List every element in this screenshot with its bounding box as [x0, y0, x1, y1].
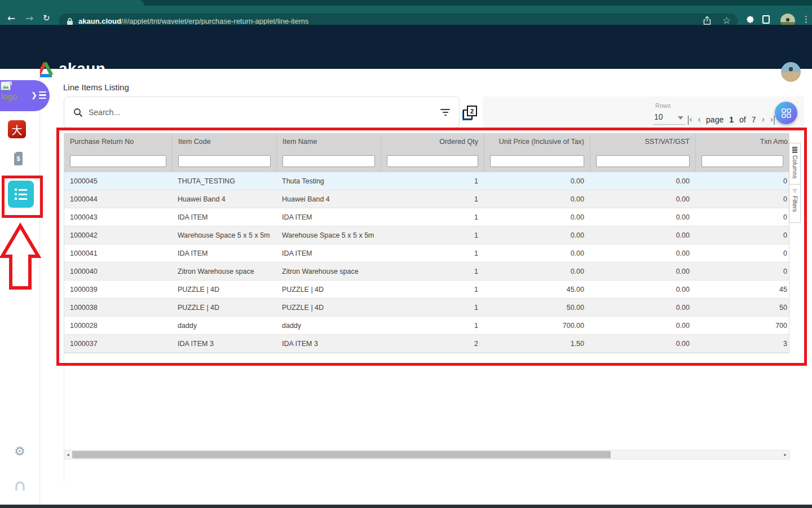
tab-columns[interactable]: Columns	[789, 143, 801, 185]
browser-menu-icon[interactable]: ⋮	[802, 15, 810, 24]
back-icon[interactable]: ←	[7, 14, 15, 23]
column-filter-input[interactable]	[701, 155, 783, 167]
table-cell: 1	[381, 262, 484, 280]
column-header[interactable]: Unit Price (Inclusive of Tax)	[484, 133, 590, 150]
applet-switch-badge: 2	[467, 106, 477, 116]
table-cell: 0.00	[590, 262, 695, 280]
next-page-button[interactable]: ›	[762, 115, 765, 125]
page-word: page	[706, 115, 723, 124]
scroll-right-icon[interactable]: ▸	[782, 450, 789, 459]
table-cell: 1000037	[64, 335, 172, 352]
column-filter-input[interactable]	[490, 155, 584, 167]
sidebar-collapse-icon[interactable]: ❯	[31, 91, 46, 99]
column-header[interactable]: Item Code	[172, 133, 276, 150]
sidebar-billing-icon[interactable]: $	[14, 152, 23, 165]
bookmark-star-icon[interactable]: ☆	[722, 16, 731, 25]
tab-filters[interactable]: ▽ Filters	[789, 185, 801, 223]
table-cell: 0.00	[484, 172, 590, 190]
column-header[interactable]: Purchase Return No	[64, 133, 172, 150]
table-row[interactable]: 1000043IDA ITEMIDA ITEM10.000.000	[64, 208, 789, 226]
column-filter-input[interactable]	[387, 155, 478, 167]
filter-sort-icon[interactable]	[440, 109, 450, 116]
table-row[interactable]: 1000041IDA ITEMIDA ITEM10.000.000	[64, 244, 789, 262]
table-cell: THUTA_TESTING	[172, 172, 276, 190]
pagination: |‹ ‹ page 1 of 7 › ›|	[687, 115, 775, 125]
prev-page-button[interactable]: ‹	[698, 115, 700, 125]
table-row[interactable]: 1000042Warehouse Space 5 x 5 x 5mWarehou…	[64, 226, 789, 244]
table-cell: 1000038	[64, 299, 172, 316]
akaun-logo[interactable]: akaun	[36, 60, 105, 78]
last-page-button[interactable]: ›|	[770, 115, 775, 125]
filter-cell	[276, 150, 381, 172]
table-cell: IDA ITEM	[276, 208, 381, 226]
table-cell: 0.00	[590, 172, 695, 190]
table-row[interactable]: 1000045THUTA_TESTINGThuta Testing10.000.…	[64, 172, 789, 190]
table-cell: PUZZLE | 4D	[276, 299, 381, 316]
table-cell: 700.00	[484, 317, 590, 334]
broken-image-icon	[1, 81, 12, 91]
table-row[interactable]: 1000039PUZZLE | 4DPUZZLE | 4D145.000.004…	[64, 281, 789, 299]
current-page: 1	[729, 115, 734, 124]
user-avatar[interactable]	[781, 62, 801, 82]
search-input[interactable]	[89, 108, 440, 117]
table-cell: 1	[381, 208, 484, 226]
reload-icon[interactable]: ↻	[43, 14, 50, 23]
scroll-left-icon[interactable]: ◂	[64, 450, 72, 459]
table-cell: 1000045	[64, 172, 172, 190]
profile-person-icon[interactable]	[15, 480, 25, 491]
column-header[interactable]: Txn Amo	[695, 133, 789, 150]
browser-active-tab[interactable]	[0, 0, 144, 6]
table-cell: 0.00	[590, 281, 695, 298]
applet-switch-icon[interactable]: 2	[463, 106, 478, 120]
forward-icon[interactable]: →	[25, 14, 33, 23]
grid-icon	[782, 108, 791, 118]
table-cell: daddy	[172, 317, 276, 334]
table-cell: 1000041	[64, 244, 172, 262]
column-header[interactable]: SST/VAT/GST	[590, 133, 695, 150]
table-cell: Zitron Warehouse space	[172, 262, 276, 280]
table-cell: 0.00	[590, 208, 695, 226]
table-row[interactable]: 1000037IDA ITEM 3IDA ITEM 321.500.003	[64, 335, 789, 353]
rows-per-page-select[interactable]: 10	[654, 112, 663, 121]
apps-grid-button[interactable]	[775, 102, 797, 124]
table-cell: 1	[381, 244, 484, 262]
table-cell: 45.00	[484, 281, 590, 298]
column-header[interactable]: Item Name	[276, 133, 381, 150]
table-cell: 0.00	[590, 244, 695, 262]
table-cell: 0.00	[484, 262, 590, 280]
filter-cell	[695, 150, 789, 172]
sidebar-line-items-icon[interactable]	[8, 181, 34, 208]
extensions-puzzle-icon[interactable]	[744, 15, 755, 25]
table-cell: 50.00	[484, 299, 590, 316]
rows-caret-icon[interactable]	[678, 116, 683, 120]
filters-funnel-icon: ▽	[793, 188, 797, 194]
table-cell: Huawei Band 4	[172, 190, 276, 208]
table-row[interactable]: 1000040Zitron Warehouse spaceZitron Ware…	[64, 262, 789, 281]
table-cell: 2	[381, 335, 484, 352]
browser-tab-strip	[0, 0, 812, 6]
column-filter-input[interactable]	[70, 155, 166, 167]
table-header-row: Purchase Return NoItem CodeItem NameOrde…	[64, 133, 789, 150]
table-cell: 1000043	[64, 208, 172, 226]
table-cell: 0.00	[484, 226, 590, 244]
side-panel-icon[interactable]	[762, 15, 770, 24]
column-filter-input[interactable]	[596, 155, 690, 167]
total-pages: 7	[752, 115, 756, 124]
first-page-button[interactable]: |‹	[687, 115, 692, 125]
table-row[interactable]: 1000028daddydaddy1700.000.00700	[64, 317, 789, 335]
sidebar-logo-pill[interactable]: logo ❯	[0, 80, 50, 111]
horizontal-scrollbar: ◂ ▸	[64, 450, 789, 459]
table-cell: 0	[695, 226, 789, 244]
table-cell: 1000042	[64, 226, 172, 244]
table-cell: 0.00	[484, 208, 590, 226]
scrollbar-thumb[interactable]	[72, 451, 611, 458]
filter-cell	[64, 150, 172, 172]
table-row[interactable]: 1000044Huawei Band 4Huawei Band 410.000.…	[64, 190, 789, 208]
column-filter-input[interactable]	[283, 155, 375, 167]
table-row[interactable]: 1000038PUZZLE | 4DPUZZLE | 4D150.000.005…	[64, 299, 789, 317]
sidebar-app-icon[interactable]: 大	[8, 120, 26, 138]
settings-gear-icon[interactable]: ⚙	[14, 445, 25, 458]
column-filter-input[interactable]	[178, 155, 271, 167]
share-icon[interactable]	[703, 16, 713, 25]
column-header[interactable]: Ordered Qty	[381, 133, 484, 150]
